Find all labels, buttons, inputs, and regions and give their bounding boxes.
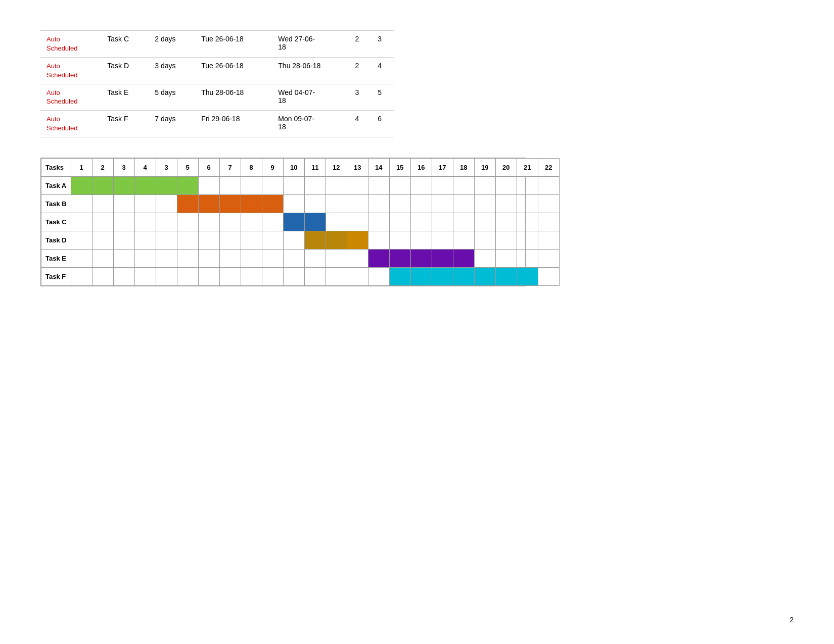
gantt-cell — [219, 250, 241, 268]
gantt-cell — [538, 250, 559, 268]
gantt-cell — [177, 213, 198, 231]
gantt-cell — [241, 268, 262, 286]
gantt-cell — [474, 195, 495, 213]
task-col6: 6 — [378, 115, 382, 123]
gantt-cell — [283, 195, 304, 213]
gantt-chart: Tasks12343567891011121314151617181920212… — [40, 158, 526, 286]
gantt-cell — [474, 250, 495, 268]
gantt-header-day: 18 — [453, 159, 474, 177]
gantt-cell — [241, 177, 262, 195]
status-label: AutoScheduled — [47, 62, 77, 79]
gantt-cell — [495, 268, 517, 286]
gantt-cell — [495, 195, 517, 213]
task-start: Fri 29-06-18 — [201, 115, 240, 123]
gantt-cell — [177, 177, 198, 195]
gantt-cell — [538, 231, 559, 250]
gantt-cell — [368, 213, 389, 231]
gantt-cell — [432, 250, 453, 268]
gantt-cell — [134, 195, 156, 213]
gantt-header-day: 5 — [177, 159, 198, 177]
gantt-cell — [304, 177, 326, 195]
gantt-cell — [389, 213, 410, 231]
gantt-cell — [410, 268, 432, 286]
gantt-cell — [326, 195, 347, 213]
task-col6: 5 — [378, 88, 382, 96]
gantt-cell — [134, 250, 156, 268]
gantt-cell — [304, 195, 326, 213]
gantt-task-label: Task F — [41, 268, 71, 286]
gantt-cell — [71, 195, 92, 213]
gantt-cell — [198, 195, 219, 213]
gantt-cell — [517, 231, 538, 250]
gantt-cell — [453, 177, 474, 195]
gantt-cell — [198, 250, 219, 268]
gantt-cell — [517, 177, 538, 195]
gantt-cell — [71, 231, 92, 250]
task-start: Tue 26-06-18 — [201, 62, 244, 70]
gantt-cell — [177, 250, 198, 268]
gantt-cell — [453, 268, 474, 286]
gantt-cell — [177, 195, 198, 213]
gantt-cell — [134, 231, 156, 250]
gantt-cell — [198, 268, 219, 286]
gantt-cell — [177, 268, 198, 286]
gantt-header-day: 3 — [113, 159, 134, 177]
gantt-header-day: 11 — [304, 159, 326, 177]
task-end: Mon 09-07-18 — [278, 115, 314, 131]
gantt-header-tasks: Tasks — [41, 159, 71, 177]
gantt-cell — [474, 231, 495, 250]
gantt-header-day: 1 — [71, 159, 92, 177]
gantt-cell — [410, 231, 432, 250]
gantt-cell — [283, 268, 304, 286]
gantt-cell — [283, 213, 304, 231]
gantt-cell — [113, 195, 134, 213]
gantt-cell — [347, 231, 368, 250]
gantt-cell — [71, 177, 92, 195]
gantt-cell — [453, 250, 474, 268]
gantt-header-day: 17 — [432, 159, 453, 177]
gantt-cell — [389, 231, 410, 250]
gantt-header-day: 4 — [134, 159, 156, 177]
task-name: Task C — [107, 35, 129, 43]
gantt-cell — [113, 231, 134, 250]
gantt-header-day: 22 — [538, 159, 559, 177]
gantt-cell — [304, 268, 326, 286]
gantt-cell — [389, 250, 410, 268]
gantt-header-day: 6 — [198, 159, 219, 177]
gantt-header-day: 14 — [368, 159, 389, 177]
gantt-cell — [219, 177, 241, 195]
gantt-cell — [326, 268, 347, 286]
table-row: AutoScheduledTask E5 daysThu 28-06-18Wed… — [40, 84, 394, 111]
gantt-cell — [304, 250, 326, 268]
gantt-cell — [92, 213, 113, 231]
gantt-task-label: Task B — [41, 195, 71, 213]
gantt-cell — [538, 195, 559, 213]
task-end: Wed 27-06-18 — [278, 35, 315, 51]
task-start: Tue 26-06-18 — [201, 35, 244, 43]
gantt-header-day: 2 — [92, 159, 113, 177]
task-name: Task F — [107, 115, 128, 123]
gantt-cell — [410, 213, 432, 231]
gantt-cell — [495, 213, 517, 231]
gantt-cell — [453, 213, 474, 231]
info-table: AutoScheduledTask C2 daysTue 26-06-18Wed… — [40, 30, 394, 137]
gantt-cell — [410, 177, 432, 195]
gantt-cell — [453, 231, 474, 250]
gantt-cell — [113, 250, 134, 268]
gantt-cell — [198, 213, 219, 231]
gantt-cell — [219, 268, 241, 286]
gantt-cell — [113, 213, 134, 231]
task-end: Wed 04-07-18 — [278, 88, 315, 105]
task-start: Thu 28-06-18 — [201, 88, 244, 96]
gantt-cell — [326, 231, 347, 250]
task-col6: 4 — [378, 62, 382, 70]
task-end: Thu 28-06-18 — [278, 62, 320, 70]
status-label: AutoScheduled — [47, 89, 77, 106]
gantt-cell — [347, 268, 368, 286]
gantt-header-day: 21 — [517, 159, 538, 177]
task-name: Task D — [107, 62, 129, 70]
gantt-cell — [304, 231, 326, 250]
gantt-header-day: 13 — [347, 159, 368, 177]
gantt-cell — [71, 213, 92, 231]
gantt-cell — [71, 250, 92, 268]
